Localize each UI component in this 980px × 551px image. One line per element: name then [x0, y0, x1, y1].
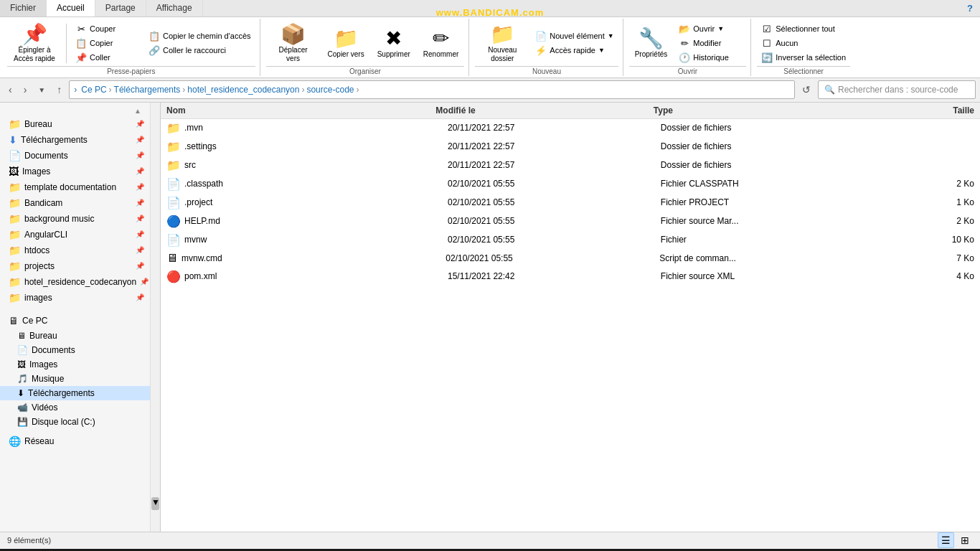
sidebar-item-telechargements-qa[interactable]: ⬇ Téléchargements 📌: [0, 132, 150, 148]
sidebar-item-cepc[interactable]: 🖥 Ce PC: [0, 313, 150, 329]
path-source[interactable]: source-code: [306, 85, 354, 95]
sidebar-item-bureau[interactable]: 📁 Bureau 📌: [0, 116, 150, 132]
coller-button[interactable]: 📌 Coller: [71, 51, 143, 65]
copier-button[interactable]: 📋 Copier: [71, 37, 143, 50]
file-row-project[interactable]: 📄 .project 02/10/2021 05:55 Fichier PROJ…: [161, 194, 980, 212]
hotel-icon: 📁: [9, 276, 21, 288]
sidebar-item-hotel[interactable]: 📁 hotel_residence_codecanyon 📌: [0, 274, 150, 290]
nouvel-element-button[interactable]: 📄 Nouvel élément ▼: [531, 29, 618, 43]
tab-fichier[interactable]: Fichier: [0, 0, 47, 17]
group-nouveau: 📁 Nouveau dossier 📄 Nouvel élément ▼ ⚡ A…: [471, 19, 623, 76]
tab-affichage[interactable]: Affichage: [146, 0, 203, 17]
select-none-button[interactable]: ☐ Aucun: [757, 37, 850, 50]
pin-indicator-7: 📌: [136, 215, 144, 222]
tab-partage[interactable]: Partage: [95, 0, 146, 17]
file-row-mvn[interactable]: 📁 .mvn 20/11/2021 22:57 Dossier de fichi…: [161, 119, 980, 138]
sidebar-item-documents-qa[interactable]: 📄 Documents 📌: [0, 148, 150, 164]
sidebar-item-template[interactable]: 📁 template documentation 📌: [0, 179, 150, 195]
sidebar-item-htdocs[interactable]: 📁 htdocs 📌: [0, 242, 150, 258]
sidebar-item-bureau-pc[interactable]: 🖥 Bureau: [0, 329, 150, 343]
main-area: ▲ 📁 Bureau 📌 ⬇ Téléchargements 📌 📄 Docum…: [0, 103, 980, 532]
sidebar-item-images2[interactable]: 📁 images 📌: [0, 290, 150, 306]
ouvrir-label: Ouvrir: [629, 66, 747, 76]
file-name-mvnwcmd: mvnw.cmd: [182, 253, 440, 263]
sidebar-item-images-pc[interactable]: 🖼 Images: [0, 357, 150, 372]
sidebar-label-images-pc: Images: [29, 359, 57, 369]
sidebar-item-projects[interactable]: 📁 projects 📌: [0, 258, 150, 274]
proprietes-button[interactable]: 🔧 Propriétés: [629, 25, 674, 62]
drive-pc-icon: 💾: [17, 417, 28, 427]
invert-selection-button[interactable]: 🔄 Inverser la sélection: [757, 51, 850, 65]
ouvrir-button[interactable]: 📂 Ouvrir ▼: [674, 22, 746, 36]
sidebar-item-disque-pc[interactable]: 💾 Disque local (C:): [0, 415, 150, 429]
col-header-date[interactable]: Modifié le: [430, 105, 647, 116]
path-bar[interactable]: › Ce PC › Téléchargements › hotel_reside…: [69, 80, 795, 99]
copier-chemin-button[interactable]: 📋 Copier le chemin d'accès: [144, 29, 255, 43]
back-button[interactable]: ‹: [4, 82, 17, 98]
file-row-src[interactable]: 📁 src 20/11/2021 22:57 Dossier de fichie…: [161, 156, 980, 175]
col-header-size[interactable]: Taille: [865, 105, 980, 116]
renommer-button[interactable]: ✏ Renommer: [418, 25, 464, 62]
sidebar-item-documents-pc[interactable]: 📄 Documents: [0, 343, 150, 357]
refresh-button[interactable]: ↺: [798, 82, 815, 98]
acces-rapide-button[interactable]: ⚡ Accès rapide ▼: [531, 44, 618, 57]
modifier-button[interactable]: ✏ Modifier: [674, 37, 746, 50]
view-details-button[interactable]: ☰: [938, 532, 954, 548]
copier-vers-button[interactable]: 📁 Copier vers: [322, 25, 370, 62]
path-cepc[interactable]: ›: [74, 85, 77, 95]
path-group: 📋 Copier le chemin d'accès 🔗 Coller le r…: [144, 29, 255, 57]
sidebar-item-bandicam[interactable]: 📁 Bandicam 📌: [0, 195, 150, 211]
supprimer-label: Supprimer: [377, 50, 410, 59]
pin-indicator-5: 📌: [136, 183, 144, 191]
view-tiles-button[interactable]: ⊞: [957, 532, 973, 548]
path-cepc-label[interactable]: Ce PC: [81, 85, 106, 95]
up-button[interactable]: ↑: [52, 82, 66, 98]
sidebar-item-images-qa[interactable]: 🖼 Images 📌: [0, 164, 150, 179]
file-row-helpmd[interactable]: 🔵 HELP.md 02/10/2021 05:55 Fichier sourc…: [161, 212, 980, 231]
file-row-classpath[interactable]: 📄 .classpath 02/10/2021 05:55 Fichier CL…: [161, 175, 980, 194]
file-type-mvn: Dossier de fichiers: [655, 123, 868, 133]
history-icon: 🕐: [679, 52, 690, 63]
sidebar-item-telechargements-pc[interactable]: ⬇ Téléchargements: [0, 386, 150, 400]
sidebar-scroll-thumb[interactable]: ▼: [151, 497, 159, 510]
file-name-helpmd: HELP.md: [184, 216, 442, 226]
epingler-button[interactable]: 📌 Épingler à Accès rapide: [7, 21, 62, 66]
historique-button[interactable]: 🕐 Historique: [674, 51, 746, 65]
deplacer-button[interactable]: 📦 Déplacer vers: [266, 21, 321, 66]
path-downloads[interactable]: Téléchargements: [114, 85, 181, 95]
group-presse-papiers-inner: 📌 Épingler à Accès rapide ✂ Couper 📋 Cop…: [7, 21, 255, 66]
sidebar-item-reseau[interactable]: 🌐 Réseau: [0, 433, 150, 449]
col-header-type[interactable]: Type: [648, 105, 865, 116]
recent-locations-button[interactable]: ▼: [34, 84, 50, 96]
nouveau-dossier-button[interactable]: 📁 Nouveau dossier: [475, 21, 529, 66]
sidebar-item-angularcli[interactable]: 📁 AngularCLI 📌: [0, 227, 150, 242]
select-all-button[interactable]: ☑ Sélectionner tout: [757, 22, 850, 36]
open-icon: 📂: [679, 24, 690, 34]
new-folder-icon: 📁: [490, 24, 515, 46]
path-hotel[interactable]: hotel_residence_codecanyon: [187, 85, 299, 95]
forward-button[interactable]: ›: [19, 82, 32, 98]
coller-raccourci-button[interactable]: 🔗 Coller le raccourci: [144, 44, 255, 57]
tab-accueil[interactable]: Accueil: [47, 0, 95, 17]
file-row-mvnw[interactable]: 📄 mvnw 02/10/2021 05:55 Fichier 10 Ko: [161, 231, 980, 250]
file-name-src: src: [184, 160, 442, 170]
supprimer-button[interactable]: ✖ Supprimer: [372, 25, 416, 62]
file-row-mvnwcmd[interactable]: 🖥 mvnw.cmd 02/10/2021 05:55 Script de co…: [161, 250, 980, 268]
col-header-name[interactable]: Nom: [161, 105, 430, 116]
renommer-label: Renommer: [423, 50, 458, 59]
file-size-mvnwcmd: 7 Ko: [867, 253, 980, 263]
sidebar-scrollbar[interactable]: ▼: [151, 103, 161, 532]
pin-indicator: 📌: [136, 120, 144, 128]
select-none-label: Aucun: [776, 39, 798, 47]
angular-icon: 📁: [9, 229, 21, 240]
file-row-pomxml[interactable]: 🔴 pom.xml 15/11/2021 22:42 Fichier sourc…: [161, 268, 980, 286]
sidebar-label-images-qa: Images: [22, 166, 50, 176]
help-button[interactable]: ?: [960, 0, 980, 17]
file-row-settings[interactable]: 📁 .settings 20/11/2021 22:57 Dossier de …: [161, 138, 980, 156]
sidebar-item-videos-pc[interactable]: 📹 Vidéos: [0, 400, 150, 415]
sidebar-item-musique-pc[interactable]: 🎵 Musique: [0, 372, 150, 386]
proprietes-label: Propriétés: [635, 50, 668, 59]
search-bar[interactable]: 🔍 Rechercher dans : source-code: [818, 80, 976, 99]
sidebar-item-bgmusic[interactable]: 📁 background music 📌: [0, 211, 150, 227]
couper-button[interactable]: ✂ Couper: [71, 22, 143, 36]
